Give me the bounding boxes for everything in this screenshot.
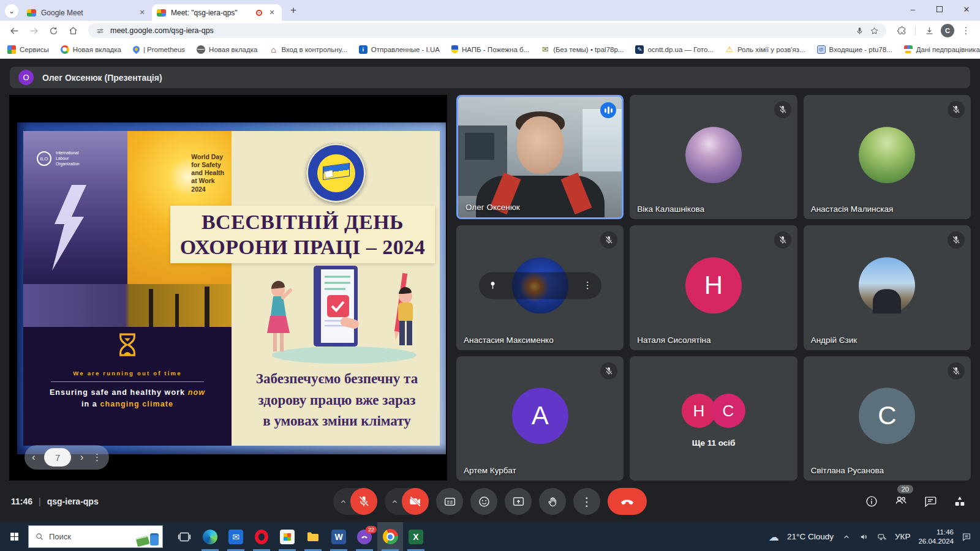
notification-center-icon[interactable]	[962, 532, 971, 542]
participant-tile-maksymenko[interactable]: ⋮ Анастасия Максименко	[456, 225, 624, 350]
hourglass-icon	[117, 332, 138, 361]
bookmark-chemistry[interactable]: ⚠Роль хімії у розв'яз...	[725, 45, 805, 54]
tray-date: 26.04.2024	[918, 537, 954, 546]
word-taskbar-icon[interactable]: W	[326, 522, 352, 551]
participant-tile-artem[interactable]: А Артем Курбат	[456, 356, 624, 481]
slide-title: ВСЕСВІТНІЙ ДЕНЬ ОХОРОНИ ПРАЦІ – 2024	[170, 206, 435, 263]
bookmark-prometheus[interactable]: | Prometheus	[133, 46, 185, 53]
window-minimize-button[interactable]: –	[899, 0, 926, 18]
volume-icon[interactable]	[859, 532, 869, 542]
bookmark-ped-data[interactable]: Дані педпрацівника	[904, 45, 980, 54]
weather-text[interactable]: 21°C Cloudy	[787, 532, 834, 541]
pager-menu-icon[interactable]: ⋮	[92, 452, 102, 463]
meeting-details-icon[interactable]	[865, 495, 878, 508]
bookmark-tpal[interactable]: ✉(Без темы) • tpal78p...	[541, 45, 624, 54]
voice-search-icon[interactable]	[855, 26, 864, 36]
camera-off-button[interactable]	[402, 488, 429, 515]
network-icon[interactable]	[877, 532, 887, 542]
site-settings-icon[interactable]	[96, 26, 105, 36]
back-button[interactable]	[6, 23, 22, 39]
bookmark-iua-sent[interactable]: iОтправленные - I.UA	[359, 45, 440, 54]
presenter-avatar: О	[18, 70, 34, 85]
raise-hand-button[interactable]	[539, 488, 566, 515]
pin-icon[interactable]	[488, 280, 498, 291]
reload-button[interactable]	[45, 23, 61, 39]
tab-list-chevron-icon[interactable]: ⌄	[5, 4, 18, 18]
url-text[interactable]: meet.google.com/qsg-iera-qps	[110, 26, 850, 35]
reactions-button[interactable]	[470, 488, 497, 515]
participant-tile-oleg[interactable]: Олег Оксенюк	[456, 95, 624, 219]
tab-title: Meet: "qsg-iera-qps"	[171, 9, 251, 17]
participant-tile-others[interactable]: Н С Ще 11 осіб	[630, 356, 797, 481]
bookmarks-bar: Сервисы Новая вкладка | Prometheus Новая…	[0, 40, 980, 59]
clock[interactable]: 11:46 26.04.2024	[918, 528, 954, 546]
participant-tile-vika[interactable]: Віка Калашнікова	[630, 95, 797, 219]
participant-tile-natalia[interactable]: Н Наталя Сисолятіна	[630, 225, 797, 350]
participants-panel-button[interactable]: 20	[894, 493, 908, 509]
captions-button[interactable]	[436, 488, 463, 515]
mic-muted-icon	[774, 101, 791, 118]
participant-name: Світлана Русанова	[811, 466, 884, 475]
world-day-text: World Day for Safety and Health at Work …	[191, 153, 224, 193]
mic-mute-button[interactable]	[350, 488, 377, 515]
opera-taskbar-icon[interactable]	[249, 522, 274, 551]
storm-image: ILO International Labour Organization	[23, 131, 127, 284]
tab-meet-active[interactable]: Meet: "qsg-iera-qps" ✕	[152, 4, 282, 21]
bookmark-control-login[interactable]: ⌂Вход в контрольну...	[269, 45, 347, 54]
participant-tile-andriy[interactable]: Андрій Єзик	[804, 225, 971, 350]
taskbar-search[interactable]: Поиск	[28, 525, 163, 548]
bookmark-ocntt[interactable]: ✎ocntt.dp.ua — Гото...	[635, 45, 714, 54]
lightning-icon	[42, 185, 97, 271]
tray-expand-chevron-icon[interactable]	[842, 532, 851, 542]
bookmark-new-tab-2[interactable]: Новая вкладка	[197, 45, 257, 54]
participant-name: Анастасія Малинская	[811, 204, 894, 214]
tile-menu-icon[interactable]: ⋮	[583, 280, 593, 291]
viber-taskbar-icon[interactable]: 22	[352, 522, 377, 551]
language-indicator[interactable]: УКР	[895, 532, 910, 541]
bookmark-inbox-ptu[interactable]: @Входящие - ptu78...	[817, 45, 892, 54]
bookmark-new-tab[interactable]: Новая вкладка	[61, 45, 121, 54]
start-button[interactable]	[0, 522, 28, 551]
mic-options-chevron-icon[interactable]	[336, 488, 350, 515]
next-slide-icon[interactable]: ›	[80, 451, 84, 463]
presentation-stage[interactable]: ILO International Labour Organization Wo…	[9, 95, 447, 481]
poster-footer: We are running out of time Ensuring safe…	[23, 327, 232, 446]
shield-icon	[451, 45, 458, 53]
present-button[interactable]	[505, 488, 532, 515]
mic-muted-icon	[948, 231, 965, 249]
weather-cloud-icon[interactable]: ☁	[769, 531, 779, 543]
slide-page-number[interactable]: 7	[44, 448, 71, 467]
new-tab-button[interactable]: +	[285, 2, 301, 18]
tile-hover-controls: ⋮	[479, 272, 601, 299]
window-close-button[interactable]: ✕	[953, 0, 980, 18]
window-maximize-button[interactable]	[926, 0, 953, 18]
tab-close-icon[interactable]: ✕	[137, 8, 147, 18]
prev-slide-icon[interactable]: ‹	[32, 451, 36, 463]
downloads-icon[interactable]	[921, 23, 937, 39]
edge-taskbar-icon[interactable]	[197, 522, 223, 551]
store-taskbar-icon[interactable]	[274, 522, 300, 551]
chat-panel-icon[interactable]	[924, 495, 937, 508]
participant-tile-malinska[interactable]: Анастасія Малинская	[804, 95, 971, 219]
home-button[interactable]	[65, 23, 81, 39]
activities-icon[interactable]	[953, 495, 967, 508]
address-bar[interactable]: meet.google.com/qsg-iera-qps	[88, 23, 886, 38]
more-options-button[interactable]: ⋮	[573, 488, 600, 515]
forward-button[interactable]	[26, 23, 42, 39]
mail-taskbar-icon[interactable]: ✉	[223, 522, 249, 551]
chrome-taskbar-icon[interactable]	[377, 522, 403, 551]
file-explorer-taskbar-icon[interactable]	[300, 522, 326, 551]
task-view-button[interactable]	[172, 522, 197, 551]
bookmark-services[interactable]: Сервисы	[7, 45, 49, 54]
extensions-icon[interactable]	[894, 23, 910, 39]
camera-options-chevron-icon[interactable]	[387, 488, 402, 515]
bookmark-star-icon[interactable]	[870, 26, 879, 36]
browser-menu-icon[interactable]: ⋮	[958, 23, 974, 39]
bookmark-napb[interactable]: НАПБ - Пожежна б...	[451, 45, 529, 53]
participant-tile-svitlana[interactable]: С Світлана Русанова	[804, 356, 971, 481]
tab-google-meet[interactable]: Google Meet ✕	[22, 4, 152, 21]
tab-close-icon[interactable]: ✕	[267, 8, 277, 18]
profile-avatar[interactable]: C	[941, 24, 954, 37]
leave-call-button[interactable]	[608, 488, 647, 515]
excel-taskbar-icon[interactable]: X	[403, 522, 429, 551]
